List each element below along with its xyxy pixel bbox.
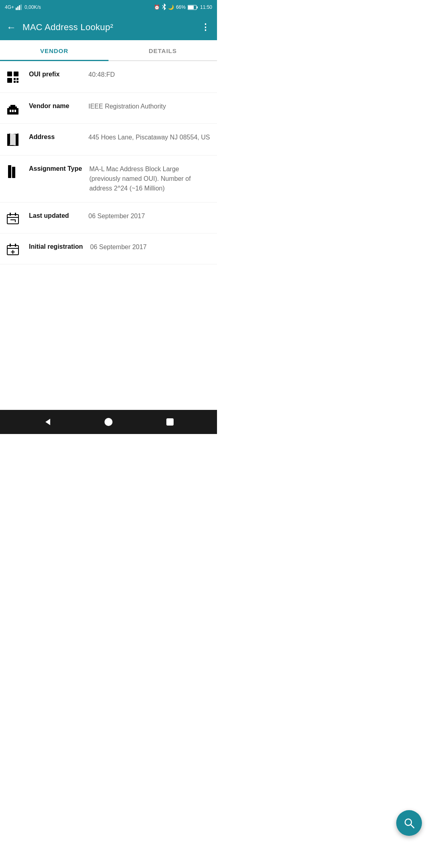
initial-registration-value: 06 September 2017	[90, 242, 211, 252]
vendor-name-value: IEEE Registration Authority	[88, 102, 211, 111]
battery-percent: 66%	[176, 4, 186, 10]
address-label: Address	[29, 133, 81, 141]
last-updated-value: 06 September 2017	[88, 211, 211, 221]
svg-rect-18	[10, 105, 15, 107]
svg-rect-26	[12, 168, 15, 178]
svg-rect-0	[16, 8, 17, 10]
time: 11:50	[200, 4, 212, 10]
svg-rect-14	[14, 81, 16, 83]
recent-nav-button[interactable]	[162, 414, 178, 430]
battery-icon	[188, 5, 198, 10]
svg-rect-34	[10, 244, 11, 247]
assignment-type-row: Assignment Type MA-L Mac Address Block L…	[0, 156, 217, 203]
oui-prefix-row: OUI prefix 40:48:FD	[0, 61, 217, 93]
svg-line-4	[162, 5, 164, 7]
svg-rect-29	[7, 215, 18, 224]
bottom-navigation	[0, 410, 217, 434]
initial-registration-icon	[4, 242, 22, 255]
svg-rect-7	[197, 6, 198, 8]
assignment-type-label: Assignment Type	[29, 164, 82, 173]
svg-line-5	[162, 7, 164, 8]
address-icon	[4, 133, 22, 146]
network-type: 4G+	[5, 4, 14, 10]
tab-details[interactable]: DETAILS	[108, 40, 217, 60]
oui-prefix-value: 40:48:FD	[88, 70, 211, 80]
last-updated-icon	[4, 211, 22, 224]
tab-vendor[interactable]: VENDOR	[0, 40, 108, 61]
svg-rect-21	[14, 110, 16, 112]
svg-rect-12	[14, 78, 16, 80]
svg-point-42	[105, 418, 112, 426]
svg-rect-27	[8, 165, 11, 167]
more-options-button[interactable]: ⋮	[201, 22, 211, 33]
initial-registration-row: Initial registration 06 September 2017	[0, 233, 217, 264]
svg-rect-2	[19, 5, 20, 10]
svg-rect-11	[7, 78, 12, 83]
vendor-icon	[4, 102, 22, 115]
svg-rect-28	[12, 167, 15, 168]
last-updated-row: Last updated 06 September 2017	[0, 203, 217, 233]
svg-rect-43	[167, 419, 173, 425]
svg-rect-20	[12, 110, 14, 112]
vendor-name-label: Vendor name	[29, 102, 81, 111]
svg-rect-35	[15, 244, 16, 247]
svg-rect-1	[17, 6, 18, 10]
initial-registration-label: Initial registration	[29, 242, 83, 251]
svg-rect-13	[16, 78, 18, 80]
speed-indicator: 0,00K/s	[25, 4, 41, 10]
home-nav-button[interactable]	[100, 414, 117, 430]
svg-rect-22	[9, 114, 17, 115]
oui-icon	[4, 70, 22, 84]
svg-rect-19	[10, 110, 11, 112]
status-left: 4G+ 0,00K/s	[5, 4, 41, 10]
signal-icon	[16, 4, 23, 10]
app-title: MAC Address Lookup²	[23, 22, 194, 33]
content-area: OUI prefix 40:48:FD Vendor name IEEE Reg…	[0, 61, 217, 410]
assignment-icon	[4, 164, 22, 179]
assignment-type-value: MA-L Mac Address Block Large (previously…	[89, 164, 211, 193]
svg-rect-31	[15, 213, 16, 216]
bluetooth-icon	[162, 4, 166, 11]
address-row: Address 445 Hoes Lane, Piscataway NJ 085…	[0, 124, 217, 156]
oui-prefix-label: OUI prefix	[29, 70, 81, 79]
status-right: ⏰ 🌙 66% 11:50	[154, 4, 212, 11]
svg-rect-30	[10, 213, 11, 216]
back-nav-button[interactable]	[39, 414, 55, 430]
status-bar: 4G+ 0,00K/s ⏰ 🌙 66% 11:50	[0, 0, 217, 14]
alarm-icon: ⏰	[154, 4, 160, 10]
tabs: VENDOR DETAILS	[0, 40, 217, 61]
svg-rect-8	[188, 6, 194, 9]
svg-rect-15	[16, 81, 18, 83]
svg-marker-41	[45, 419, 50, 425]
last-updated-label: Last updated	[29, 211, 81, 220]
svg-rect-10	[14, 72, 18, 76]
moon-icon: 🌙	[168, 4, 174, 10]
svg-rect-25	[8, 166, 11, 178]
svg-rect-3	[20, 4, 22, 10]
svg-rect-9	[7, 72, 12, 76]
app-bar: ← MAC Address Lookup² ⋮	[0, 14, 217, 40]
vendor-name-row: Vendor name IEEE Registration Authority	[0, 93, 217, 124]
back-button[interactable]: ←	[6, 23, 16, 32]
address-value: 445 Hoes Lane, Piscataway NJ 08554, US	[88, 133, 211, 142]
